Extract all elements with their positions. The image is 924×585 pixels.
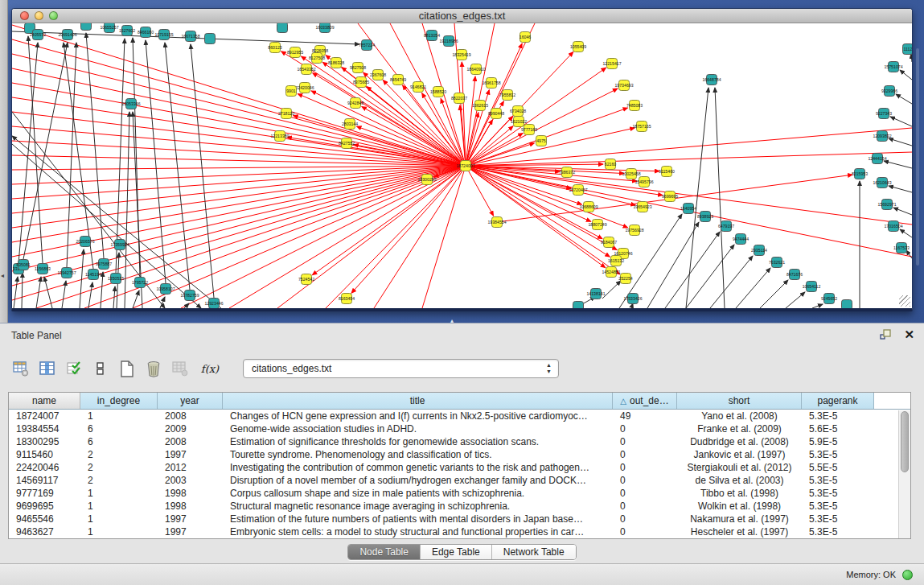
network-node-teal[interactable] [205, 34, 216, 44]
table-cell: 2 [80, 462, 158, 473]
table-row[interactable]: 946362711997Embryonic stem cells: a mode… [9, 525, 910, 538]
vertical-scrollbar[interactable] [898, 410, 910, 539]
column-header-name[interactable]: name [9, 393, 80, 409]
sort-ascending-icon: △ [620, 397, 626, 406]
tab-network-table[interactable]: Network Table [492, 545, 576, 559]
row-height-icon[interactable] [91, 359, 110, 378]
create-table-icon[interactable] [117, 359, 137, 378]
node-label: 14138141 [586, 291, 605, 296]
float-panel-icon[interactable] [880, 329, 893, 340]
table-cell: 0 [613, 488, 677, 499]
table-row[interactable]: 1872400712008Changes of HCN gene express… [9, 410, 910, 422]
show-columns-icon[interactable] [38, 359, 57, 378]
table-row[interactable]: 977716911998Corpus callosum shape and si… [9, 487, 910, 500]
node-label: 16782759 [180, 293, 199, 298]
node-label: 17016504 [884, 224, 902, 229]
table-row[interactable]: 969969511998Structural magnetic resonanc… [9, 500, 910, 513]
column-header-pagerank[interactable]: pagerank [802, 393, 874, 409]
node-label: 1156863 [35, 266, 51, 271]
table-cell: 1997 [158, 526, 223, 538]
memory-status-icon[interactable] [902, 570, 913, 580]
node-label: 19734693 [614, 83, 633, 88]
column-header-in_degree[interactable]: in_degree [80, 393, 158, 409]
cytoscape-application: citations_edges.txt 24055722069140610655… [0, 0, 924, 585]
citation-edge-black [889, 138, 912, 146]
node-label: 19756928 [625, 228, 643, 233]
table-row[interactable]: 1456911722003Disruption of a novel membe… [9, 474, 910, 487]
node-label: 2367608 [370, 72, 386, 77]
table-row[interactable]: 946554611997Estimation of the future num… [9, 513, 910, 525]
close-panel-icon[interactable]: ✕ [904, 328, 914, 340]
table-row[interactable]: 2242004622012Investigating the contribut… [9, 461, 910, 474]
citation-edge-red [12, 166, 466, 213]
delete-table-icon[interactable] [144, 359, 163, 378]
node-label: 8454749 [390, 77, 406, 82]
tab-edge-table[interactable]: Edge Table [421, 545, 492, 559]
node-label: 1112 [904, 47, 912, 51]
column-header-title[interactable]: title [223, 393, 613, 409]
node-label: 8163494 [339, 296, 355, 301]
node-label: 18325419 [452, 52, 470, 57]
node-label: 8938923 [697, 214, 713, 219]
network-node-teal[interactable] [842, 300, 852, 309]
panel-collapse-arrow-icon[interactable]: ◂ [1, 272, 4, 279]
table-row[interactable]: 1938455462009Genome-wide association stu… [9, 422, 910, 435]
citation-edge-black [647, 222, 699, 308]
node-label: 13942757 [57, 270, 76, 275]
table-cell: Nakamura et al. (1997) [677, 513, 802, 525]
network-window-titlebar[interactable]: citations_edges.txt [12, 9, 912, 23]
citation-edge-black [88, 282, 92, 308]
citation-edge-black [736, 268, 770, 308]
citation-edge-black [686, 88, 708, 308]
table-panel: ▴ Table Panel ✕ [0, 323, 924, 563]
table-cell: 0 [613, 436, 677, 447]
node-label: 8466160 [138, 30, 154, 35]
table-cell: 5.3E-5 [802, 488, 874, 499]
node-label: 1615132 [608, 258, 624, 263]
citation-edge-red [12, 97, 466, 166]
function-builder-icon[interactable]: f(x) [200, 359, 220, 378]
node-label: 10719155 [154, 32, 173, 37]
citation-edge-red [181, 166, 466, 308]
table-cell: 1998 [158, 488, 223, 499]
node-label: 8226058 [312, 48, 328, 53]
table-row[interactable]: 1830029562008Estimation of significance … [9, 435, 910, 448]
table-row[interactable]: 911546021997Tourette syndrome. Phenomeno… [9, 448, 910, 461]
node-label: 20691406 [58, 32, 76, 37]
scrollbar-thumb[interactable] [901, 411, 909, 472]
node-label: 8215953 [852, 171, 868, 176]
node-label: 10958107 [156, 286, 175, 291]
node-label: 9827508 [350, 65, 366, 70]
table-cell: 2009 [158, 423, 223, 435]
network-node-teal[interactable] [81, 23, 92, 31]
tab-node-table[interactable]: Node Table [348, 545, 421, 559]
table-cell: 14569117 [9, 475, 80, 486]
node-label: 435081 [16, 262, 30, 267]
column-header-out_de[interactable]: △out_de… [613, 393, 677, 409]
table-cell: 6 [80, 423, 158, 435]
node-label: 6734028 [510, 109, 526, 113]
citation-edge-red [12, 54, 466, 166]
network-node-teal[interactable] [573, 302, 584, 309]
column-header-year[interactable]: year [158, 393, 223, 409]
network-window-title: citations_edges.txt [12, 10, 912, 22]
table-cell: 5.3E-5 [802, 501, 874, 512]
table-cell: Corpus callosum shape and size in male p… [223, 488, 613, 499]
table-cell: 5.3E-5 [802, 475, 874, 486]
table-selector-dropdown[interactable]: citations_edges.txt ▲▼ [243, 359, 559, 378]
resize-grip[interactable] [899, 295, 910, 307]
column-header-label: short [729, 395, 750, 406]
table-cell: 1 [80, 501, 158, 512]
network-node-teal[interactable] [277, 23, 288, 33]
citation-edge-black [896, 94, 912, 104]
node-label: 1588520 [430, 89, 446, 94]
import-table-icon[interactable] [170, 359, 190, 378]
column-header-short[interactable]: short [677, 393, 802, 409]
table-cell: 1 [80, 488, 158, 499]
select-columns-icon[interactable] [64, 359, 84, 378]
citation-edge-red [374, 166, 466, 308]
network-canvas[interactable]: 2405572206914061065525715276028466160107… [12, 23, 912, 308]
table-settings-icon[interactable] [11, 359, 31, 378]
table-cell: 9463627 [9, 526, 80, 538]
table-cell: Investigating the contribution of common… [223, 462, 613, 473]
